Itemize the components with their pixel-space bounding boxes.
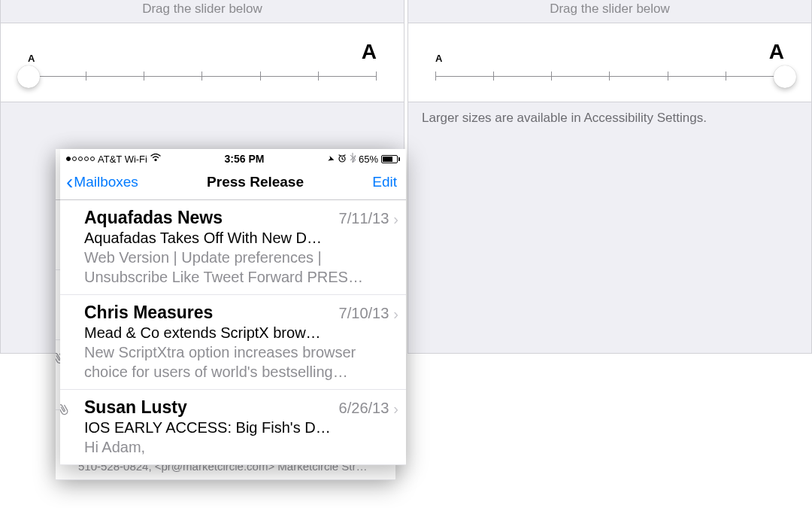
mail-preview: New ScriptXtra option increases browser … xyxy=(84,342,398,382)
slider-label-small: A xyxy=(28,53,35,64)
battery-percent: 65% xyxy=(359,154,378,165)
text-size-slider[interactable] xyxy=(435,65,784,88)
mail-subject: Aquafadas Takes Off With New D… xyxy=(84,228,398,248)
alarm-icon xyxy=(338,154,347,165)
attachment-gutter xyxy=(65,303,84,382)
nav-bar: ‹ Mailboxes Press Release Edit xyxy=(60,166,406,200)
carrier-label: AT&T Wi-Fi xyxy=(98,154,147,165)
settings-instruction: Drag the slider below xyxy=(1,0,404,23)
back-label: Mailboxes xyxy=(74,174,138,190)
text-size-slider-container: A A xyxy=(408,23,811,102)
text-size-slider-container: A A xyxy=(1,23,404,102)
chevron-right-icon: › xyxy=(393,306,398,321)
mail-preview: Web Version | Update preferences | Unsub… xyxy=(84,248,398,287)
location-icon: ➤ xyxy=(326,153,336,164)
mail-subject: IOS EARLY ACCESS: Big Fish's D… xyxy=(84,418,398,437)
attachment-gutter xyxy=(65,397,84,457)
attachment-gutter xyxy=(65,208,84,287)
mail-date: 7/10/13 xyxy=(339,305,389,322)
slider-label-small: A xyxy=(435,53,442,64)
signal-strength-icon xyxy=(66,157,95,161)
mail-sender: Susan Lusty xyxy=(84,397,187,418)
mail-date: 6/26/13 xyxy=(339,400,389,417)
settings-instruction: Drag the slider below xyxy=(408,0,811,23)
text-size-slider[interactable] xyxy=(28,65,377,88)
battery-icon xyxy=(381,155,400,163)
back-button[interactable]: ‹ Mailboxes xyxy=(66,174,138,190)
mail-preview: Hi Adam, xyxy=(84,437,398,457)
mail-sender: Aquafadas News xyxy=(84,208,223,228)
mail-date: 7/11/13 xyxy=(339,210,389,227)
edit-button[interactable]: Edit xyxy=(372,174,397,190)
status-bar: AT&T Wi-Fi 3:56 PM ➤ 65% xyxy=(60,149,406,166)
chevron-left-icon: ‹ xyxy=(66,175,73,190)
slider-label-large: A xyxy=(769,40,784,64)
slider-knob[interactable] xyxy=(774,65,796,88)
text-size-settings-panel: Drag the slider below A A Larger sizes a… xyxy=(408,0,812,354)
bluetooth-icon xyxy=(350,153,356,165)
status-time: 3:56 PM xyxy=(225,153,265,165)
chevron-right-icon: › xyxy=(393,401,398,416)
nav-title: Press Release xyxy=(207,174,304,190)
slider-knob[interactable] xyxy=(17,65,40,88)
mail-list[interactable]: Aquafadas News7/11/13›Aquafadas Takes Of… xyxy=(60,200,406,465)
mail-subject: Mead & Co extends ScriptX brow… xyxy=(84,323,398,342)
mail-row[interactable]: Chris Measures7/10/13›Mead & Co extends … xyxy=(60,295,406,390)
mail-app-large-text: AT&T Wi-Fi 3:56 PM ➤ 65% xyxy=(60,149,406,465)
mail-row[interactable]: Susan Lusty6/26/13›IOS EARLY ACCESS: Big… xyxy=(60,390,406,465)
chevron-right-icon: › xyxy=(393,211,398,227)
mail-sender: Chris Measures xyxy=(84,303,213,323)
slider-label-large: A xyxy=(362,40,377,64)
wifi-icon xyxy=(150,153,161,163)
mail-row[interactable]: Aquafadas News7/11/13›Aquafadas Takes Of… xyxy=(60,200,406,295)
accessibility-note: Larger sizes are available in Accessibil… xyxy=(408,102,811,130)
